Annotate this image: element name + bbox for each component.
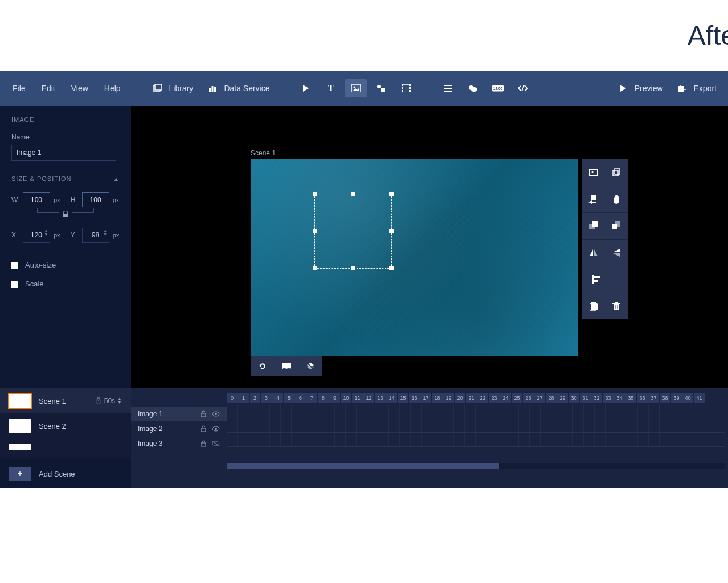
unlock-icon[interactable]: [199, 410, 207, 417]
tick[interactable]: 39: [671, 393, 682, 403]
flip-v-button[interactable]: [605, 240, 628, 266]
track-row[interactable]: [227, 404, 725, 418]
eye-icon[interactable]: [212, 426, 220, 432]
tick[interactable]: 6: [295, 393, 306, 403]
layer-item[interactable]: Image 2: [131, 421, 227, 436]
scale-row[interactable]: Scale: [11, 280, 120, 288]
name-input[interactable]: [11, 145, 116, 161]
undo-button[interactable]: [251, 356, 275, 376]
unlock-icon[interactable]: [199, 425, 207, 432]
aspect-lock[interactable]: [11, 211, 120, 217]
tick[interactable]: 30: [569, 393, 579, 403]
unlock-icon[interactable]: [199, 440, 207, 447]
bring-front-button[interactable]: [582, 213, 605, 239]
tick[interactable]: 41: [694, 393, 705, 403]
track-row[interactable]: [227, 433, 725, 447]
library-button[interactable]: + Library: [145, 83, 201, 94]
tick[interactable]: 7: [306, 393, 317, 403]
scene-item[interactable]: Scene 2: [0, 413, 131, 438]
tick[interactable]: 26: [523, 393, 534, 403]
video-tool[interactable]: [395, 79, 417, 97]
tick[interactable]: 3: [261, 393, 272, 403]
scene-item[interactable]: Scene 1 50s ▲▼: [0, 388, 131, 413]
menu-help[interactable]: Help: [96, 84, 129, 93]
tick[interactable]: 15: [398, 393, 408, 403]
list-tool[interactable]: [437, 79, 459, 97]
timeline-tracks[interactable]: [227, 404, 725, 447]
fit-button[interactable]: [582, 159, 605, 186]
resize-handle[interactable]: [351, 192, 355, 196]
tick[interactable]: 10: [341, 393, 351, 403]
preview-button[interactable]: Preview: [611, 83, 670, 94]
tick[interactable]: 38: [660, 393, 670, 403]
scrollbar-thumb[interactable]: [227, 463, 499, 469]
resize-handle[interactable]: [389, 192, 394, 196]
resize-handle[interactable]: [313, 229, 317, 233]
send-back-button[interactable]: [582, 186, 605, 212]
shapes-tool[interactable]: [370, 79, 392, 97]
scene-item[interactable]: [0, 438, 131, 450]
time-ruler[interactable]: 0123456789101112131415161718192021222324…: [227, 393, 725, 403]
copy-button[interactable]: [582, 293, 605, 319]
size-position-header[interactable]: SIZE & POSITION ▲: [11, 175, 120, 182]
tick[interactable]: 33: [603, 393, 614, 403]
clock-tool[interactable]: 12:00: [487, 79, 509, 97]
eye-icon[interactable]: [212, 411, 220, 417]
menu-file[interactable]: File: [5, 84, 34, 93]
tick[interactable]: 20: [455, 393, 465, 403]
image-tool[interactable]: [345, 79, 367, 97]
height-input[interactable]: [82, 192, 109, 207]
stepper-icon[interactable]: ▲▼: [44, 229, 48, 236]
send-behind-button[interactable]: [605, 213, 628, 239]
tick[interactable]: 21: [466, 393, 477, 403]
resize-handle[interactable]: [389, 229, 394, 233]
eye-off-icon[interactable]: [212, 441, 220, 446]
selection-box[interactable]: [314, 194, 392, 269]
tick[interactable]: 31: [580, 393, 591, 403]
layer-item[interactable]: Image 1: [131, 407, 227, 421]
tick[interactable]: 28: [546, 393, 557, 403]
tick[interactable]: 25: [512, 393, 522, 403]
tick[interactable]: 29: [557, 393, 568, 403]
code-tool[interactable]: [512, 79, 534, 97]
text-tool[interactable]: T: [320, 79, 342, 97]
tick[interactable]: 8: [318, 393, 329, 403]
width-input[interactable]: [23, 192, 50, 207]
data-service-button[interactable]: Data Service: [200, 83, 276, 94]
resize-handle[interactable]: [351, 266, 355, 270]
touch-button[interactable]: [605, 186, 628, 212]
scene-canvas[interactable]: [251, 159, 578, 356]
tick[interactable]: 14: [386, 393, 397, 403]
resize-handle[interactable]: [389, 266, 394, 270]
export-button[interactable]: Export: [670, 83, 723, 94]
resize-handle[interactable]: [313, 266, 317, 270]
layers-off-button[interactable]: [298, 356, 322, 376]
weather-tool[interactable]: [462, 79, 484, 97]
tick[interactable]: 0: [227, 393, 238, 403]
flip-h-button[interactable]: [582, 240, 605, 266]
tick[interactable]: 13: [375, 393, 386, 403]
stepper-icon[interactable]: ▲▼: [103, 229, 108, 236]
horizontal-scrollbar[interactable]: [227, 463, 725, 469]
tick[interactable]: 34: [614, 393, 625, 403]
tick[interactable]: 5: [284, 393, 295, 403]
tick[interactable]: 12: [363, 393, 374, 403]
autosize-row[interactable]: Auto-size: [11, 261, 120, 269]
tick[interactable]: 22: [477, 393, 488, 403]
tick[interactable]: 24: [500, 393, 511, 403]
tick[interactable]: 36: [637, 393, 648, 403]
tick[interactable]: 2: [250, 393, 260, 403]
delete-button[interactable]: [605, 293, 628, 319]
menu-edit[interactable]: Edit: [34, 84, 63, 93]
tick[interactable]: 35: [625, 393, 636, 403]
tick[interactable]: 18: [432, 393, 443, 403]
menu-view[interactable]: View: [63, 84, 96, 93]
tick[interactable]: 11: [352, 393, 363, 403]
tick[interactable]: 40: [682, 393, 693, 403]
align-button[interactable]: [582, 266, 628, 293]
track-row[interactable]: [227, 418, 725, 433]
tick[interactable]: 23: [489, 393, 500, 403]
tick[interactable]: 4: [272, 393, 283, 403]
resize-handle[interactable]: [313, 192, 317, 196]
duplicate-button[interactable]: [605, 159, 628, 186]
